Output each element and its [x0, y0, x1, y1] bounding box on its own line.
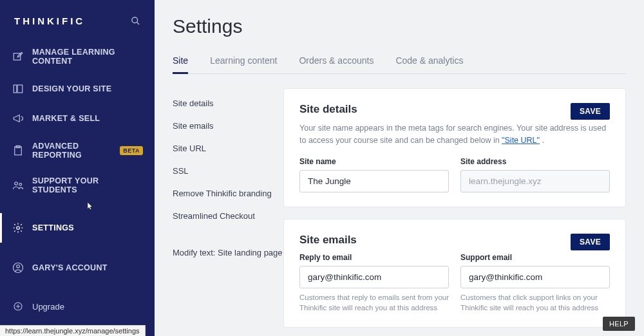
- gear-icon: [12, 221, 24, 234]
- sidebar-item-market-sell[interactable]: MARKET & SELL: [0, 104, 155, 133]
- card-description: Your site name appears in the meta tags …: [299, 122, 610, 147]
- user-circle-icon: [12, 261, 24, 274]
- svg-point-9: [17, 227, 20, 230]
- sidebar-item-support-students[interactable]: SUPPORT YOUR STUDENTS: [0, 168, 155, 203]
- subnav-site-details[interactable]: Site details: [173, 92, 283, 115]
- pencil-document-icon: [12, 50, 24, 63]
- subnav-ssl[interactable]: SSL: [173, 160, 283, 182]
- sidebar-item-label: DESIGN YOUR SITE: [32, 84, 111, 93]
- site-name-label: Site name: [299, 157, 449, 166]
- tab-orders-accounts[interactable]: Orders & accounts: [299, 51, 374, 73]
- site-address-label: Site address: [460, 157, 610, 166]
- megaphone-icon: [12, 112, 24, 125]
- brand-logo: THINKIFIC: [14, 15, 85, 26]
- sidebar-item-label: MANAGE LEARNING CONTENT: [32, 48, 143, 66]
- svg-point-11: [17, 265, 20, 268]
- svg-rect-3: [14, 85, 17, 93]
- settings-panels: Site details SAVE Your site name appears…: [283, 74, 644, 336]
- browser-status-url: https://learn.thejungle.xyz/manage/setti…: [0, 325, 146, 336]
- reply-email-hint: Customers that reply to emails sent from…: [299, 292, 449, 313]
- subnav-streamlined-checkout[interactable]: Streamlined Checkout: [173, 205, 283, 227]
- sidebar-item-label: GARY'S ACCOUNT: [32, 263, 108, 272]
- svg-rect-4: [17, 85, 23, 93]
- sidebar-item-advanced-reporting[interactable]: ADVANCED REPORTING BETA: [0, 133, 155, 168]
- reply-email-label: Reply to email: [299, 253, 449, 262]
- tab-code-analytics[interactable]: Code & analytics: [395, 51, 463, 73]
- card-site-details: Site details SAVE Your site name appears…: [283, 88, 626, 207]
- svg-point-0: [132, 17, 138, 23]
- sidebar-item-design-site[interactable]: DESIGN YOUR SITE: [0, 74, 155, 104]
- svg-line-1: [137, 23, 139, 24]
- support-email-hint: Customers that click support links on yo…: [460, 292, 610, 313]
- save-button-site-emails[interactable]: SAVE: [571, 234, 610, 250]
- people-icon: [12, 179, 24, 192]
- sidebar-item-account[interactable]: GARY'S ACCOUNT: [0, 253, 155, 283]
- page-header: Settings Site Learning content Orders & …: [155, 0, 644, 74]
- main-content: Settings Site Learning content Orders & …: [155, 0, 644, 336]
- card-site-emails: Site emails SAVE Reply to email Customer…: [283, 219, 626, 328]
- sidebar-item-label: MARKET & SELL: [32, 114, 100, 123]
- save-button-site-details[interactable]: SAVE: [571, 103, 610, 120]
- site-name-input[interactable]: [299, 170, 449, 192]
- card-title: Site details: [299, 103, 357, 116]
- sidebar-item-settings[interactable]: SETTINGS: [0, 213, 155, 243]
- beta-badge: BETA: [120, 146, 143, 155]
- field-support-email: Support email Customers that click suppo…: [460, 253, 610, 313]
- reply-email-input[interactable]: [299, 266, 449, 288]
- field-site-name: Site name: [299, 157, 449, 192]
- sidebar-header: THINKIFIC: [0, 0, 155, 39]
- tab-site[interactable]: Site: [173, 51, 188, 73]
- svg-point-8: [19, 183, 22, 186]
- subnav-modify-text[interactable]: Modify text: Site landing page: [173, 241, 283, 264]
- field-site-address: Site address: [460, 157, 610, 192]
- search-icon[interactable]: [131, 16, 140, 26]
- help-widget-button[interactable]: HELP: [603, 317, 635, 331]
- tab-learning-content[interactable]: Learning content: [210, 51, 277, 73]
- subnav-remove-branding[interactable]: Remove Thinkific branding: [173, 182, 283, 205]
- support-email-label: Support email: [460, 253, 610, 262]
- svg-point-7: [15, 182, 18, 185]
- tabs-bar: Site Learning content Orders & accounts …: [173, 51, 626, 74]
- clipboard-icon: [12, 144, 24, 157]
- site-address-input: [460, 170, 610, 192]
- sidebar-item-label: SETTINGS: [32, 223, 74, 232]
- subnav-site-url[interactable]: Site URL: [173, 137, 283, 160]
- settings-body: Site details Site emails Site URL SSL Re…: [155, 74, 644, 336]
- support-email-input[interactable]: [460, 266, 610, 288]
- sparkle-icon: [12, 300, 24, 313]
- page-title: Settings: [173, 15, 626, 37]
- sidebar-item-label: SUPPORT YOUR STUDENTS: [32, 176, 143, 194]
- site-url-link[interactable]: "Site URL": [502, 136, 540, 145]
- layout-icon: [12, 82, 24, 95]
- sidebar-item-upgrade[interactable]: Upgrade: [0, 293, 155, 320]
- sub-nav: Site details Site emails Site URL SSL Re…: [155, 74, 283, 336]
- sidebar-item-manage-learning[interactable]: MANAGE LEARNING CONTENT: [0, 39, 155, 74]
- card-title: Site emails: [299, 234, 357, 247]
- sidebar: THINKIFIC MANAGE LEARNING CONTENT DESIGN…: [0, 0, 155, 336]
- subnav-site-emails[interactable]: Site emails: [173, 115, 283, 137]
- sidebar-item-label: Upgrade: [32, 302, 64, 312]
- sidebar-item-label: ADVANCED REPORTING: [32, 142, 115, 160]
- field-reply-email: Reply to email Customers that reply to e…: [299, 253, 449, 313]
